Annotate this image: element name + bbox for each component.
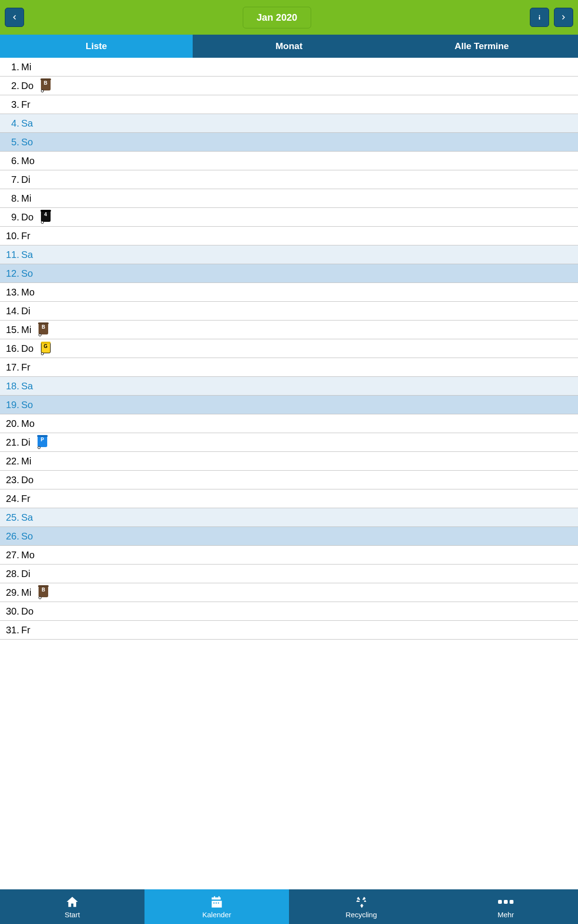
day-number: 20. <box>3 418 19 429</box>
day-row[interactable]: 19.So <box>0 396 578 414</box>
day-row[interactable]: 4.Sa <box>0 114 578 133</box>
day-list[interactable]: 1.Mi2.DoB3.Fr4.Sa5.So6.Mo7.Di8.Mi9.Do410… <box>0 58 578 889</box>
svg-point-0 <box>539 15 540 16</box>
day-row[interactable]: 2.DoB <box>0 77 578 95</box>
day-of-week: So <box>21 137 33 148</box>
tab-liste[interactable]: Liste <box>0 35 193 58</box>
tab-label: Liste <box>86 41 107 51</box>
day-number: 17. <box>3 362 19 373</box>
day-number: 1. <box>3 62 19 73</box>
day-number: 14. <box>3 306 19 317</box>
header-left <box>5 8 24 27</box>
day-number: 25. <box>3 512 19 523</box>
day-number: 21. <box>3 437 19 448</box>
day-row[interactable]: 10.Fr <box>0 227 578 245</box>
day-row[interactable]: 28.Di <box>0 565 578 583</box>
day-row[interactable]: 29.MiB <box>0 583 578 602</box>
day-of-week: Mi <box>21 62 31 73</box>
day-row[interactable]: 11.Sa <box>0 245 578 264</box>
day-of-week: Do <box>21 80 34 91</box>
day-row[interactable]: 6.Mo <box>0 152 578 170</box>
month-label: Jan 2020 <box>257 12 298 23</box>
bin-letter: G <box>41 343 51 353</box>
day-of-week: Sa <box>21 512 33 523</box>
day-row[interactable]: 13.Mo <box>0 283 578 302</box>
waste-bin-icon: B <box>38 587 49 598</box>
tab-alle-termine[interactable]: Alle Termine <box>385 35 578 58</box>
waste-bin-icon: G <box>40 343 51 354</box>
day-of-week: Do <box>21 212 34 223</box>
day-number: 24. <box>3 493 19 504</box>
nav-label: Kalender <box>202 911 231 919</box>
day-of-week: Fr <box>21 231 30 242</box>
day-row[interactable]: 27.Mo <box>0 546 578 565</box>
day-of-week: Do <box>21 475 34 486</box>
month-selector-button[interactable]: Jan 2020 <box>243 7 312 28</box>
day-row[interactable]: 31.Fr <box>0 621 578 640</box>
day-row[interactable]: 7.Di <box>0 170 578 189</box>
tab-label: Monat <box>276 41 302 51</box>
day-row[interactable]: 18.Sa <box>0 377 578 396</box>
day-number: 16. <box>3 343 19 354</box>
chevron-right-icon <box>560 14 567 21</box>
day-row[interactable]: 14.Di <box>0 302 578 321</box>
nav-recycling[interactable]: Recycling <box>289 889 434 924</box>
nav-label: Start <box>65 911 80 919</box>
day-row[interactable]: 25.Sa <box>0 508 578 527</box>
day-number: 30. <box>3 606 19 617</box>
day-of-week: Mi <box>21 324 31 335</box>
day-of-week: Mi <box>21 193 31 204</box>
day-number: 6. <box>3 155 19 167</box>
day-of-week: So <box>21 399 33 411</box>
day-row[interactable]: 8.Mi <box>0 189 578 208</box>
tab-monat[interactable]: Monat <box>193 35 385 58</box>
waste-bin-icon: B <box>38 324 49 335</box>
bin-letter: B <box>39 324 48 334</box>
day-row[interactable]: 30.Do <box>0 602 578 621</box>
day-number: 11. <box>3 249 19 260</box>
day-row[interactable]: 26.So <box>0 527 578 546</box>
info-button[interactable] <box>530 8 549 27</box>
day-row[interactable]: 23.Do <box>0 471 578 489</box>
day-of-week: Sa <box>21 118 33 129</box>
bin-letter: B <box>41 80 51 90</box>
prev-month-button[interactable] <box>5 8 24 27</box>
day-row[interactable]: 20.Mo <box>0 414 578 433</box>
day-of-week: Mo <box>21 550 35 561</box>
day-row[interactable]: 21.DiP <box>0 433 578 452</box>
day-row[interactable]: 15.MiB <box>0 321 578 339</box>
info-icon <box>536 14 543 21</box>
day-row[interactable]: 16.DoG <box>0 339 578 358</box>
calendar-icon <box>210 895 224 909</box>
day-row[interactable]: 9.Do4 <box>0 208 578 227</box>
waste-bin-icon: P <box>37 436 48 448</box>
day-row[interactable]: 5.So <box>0 133 578 152</box>
nav-mehr[interactable]: Mehr <box>434 889 578 924</box>
day-number: 19. <box>3 399 19 411</box>
day-row[interactable]: 24.Fr <box>0 489 578 508</box>
day-of-week: Mo <box>21 287 35 298</box>
day-of-week: Mo <box>21 155 35 167</box>
day-number: 23. <box>3 475 19 486</box>
day-number: 13. <box>3 287 19 298</box>
day-of-week: Sa <box>21 249 33 260</box>
next-month-button[interactable] <box>554 8 573 27</box>
recycle-icon <box>354 895 368 909</box>
day-row[interactable]: 17.Fr <box>0 358 578 377</box>
nav-kalender[interactable]: Kalender <box>144 889 289 924</box>
day-number: 10. <box>3 231 19 242</box>
day-row[interactable]: 22.Mi <box>0 452 578 471</box>
nav-start[interactable]: Start <box>0 889 144 924</box>
day-row[interactable]: 1.Mi <box>0 58 578 77</box>
day-number: 27. <box>3 550 19 561</box>
day-of-week: Sa <box>21 381 33 392</box>
day-number: 7. <box>3 174 19 185</box>
home-icon <box>65 895 79 909</box>
nav-label: Mehr <box>498 911 514 919</box>
waste-bin-icon: 4 <box>40 211 51 223</box>
day-of-week: Mi <box>21 456 31 467</box>
day-row[interactable]: 12.So <box>0 264 578 283</box>
day-row[interactable]: 3.Fr <box>0 95 578 114</box>
day-number: 29. <box>3 587 19 598</box>
day-of-week: Do <box>21 606 34 617</box>
